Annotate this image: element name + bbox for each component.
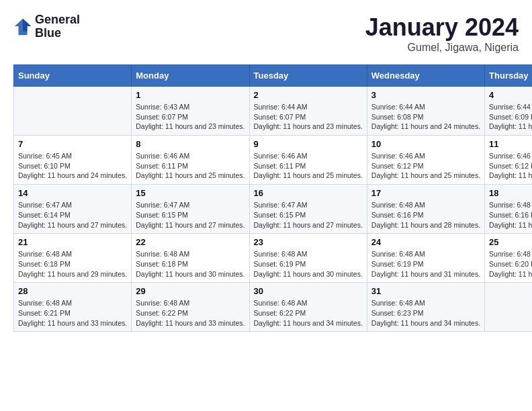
cell-info: Sunrise: 6:44 AMSunset: 6:09 PMDaylight:… — [489, 102, 532, 132]
calendar-cell: 9Sunrise: 6:46 AMSunset: 6:11 PMDaylight… — [249, 136, 367, 185]
sunset-text: Sunset: 6:20 PM — [489, 259, 532, 269]
sunrise-text: Sunrise: 6:48 AM — [371, 200, 480, 210]
sunset-text: Sunset: 6:07 PM — [136, 112, 245, 122]
daylight-text: Daylight: 11 hours and 27 minutes. — [18, 220, 127, 230]
calendar-cell — [485, 283, 532, 332]
sunset-text: Sunset: 6:11 PM — [136, 161, 245, 171]
cell-info: Sunrise: 6:48 AMSunset: 6:20 PMDaylight:… — [489, 249, 532, 279]
calendar-week-1: 7Sunrise: 6:45 AMSunset: 6:10 PMDaylight… — [14, 136, 533, 185]
date-number: 3 — [371, 90, 480, 100]
date-number: 21 — [18, 237, 127, 247]
date-number: 1 — [136, 90, 245, 100]
cell-info: Sunrise: 6:47 AMSunset: 6:15 PMDaylight:… — [136, 200, 245, 230]
sunrise-text: Sunrise: 6:46 AM — [254, 151, 363, 161]
header-monday: Monday — [132, 65, 249, 87]
sunrise-text: Sunrise: 6:48 AM — [18, 249, 127, 259]
date-number: 23 — [254, 237, 363, 247]
sunrise-text: Sunrise: 6:46 AM — [489, 151, 532, 161]
sunset-text: Sunset: 6:14 PM — [18, 210, 127, 220]
daylight-text: Daylight: 11 hours and 23 minutes. — [254, 122, 363, 132]
calendar-cell: 7Sunrise: 6:45 AMSunset: 6:10 PMDaylight… — [14, 136, 132, 185]
date-number: 24 — [371, 237, 480, 247]
daylight-text: Daylight: 11 hours and 31 minutes. — [489, 269, 532, 279]
calendar-table: SundayMondayTuesdayWednesdayThursdayFrid… — [13, 64, 532, 332]
calendar-cell: 17Sunrise: 6:48 AMSunset: 6:16 PMDayligh… — [367, 185, 484, 234]
calendar-week-4: 28Sunrise: 6:48 AMSunset: 6:21 PMDayligh… — [14, 283, 533, 332]
date-number: 18 — [489, 188, 532, 198]
header-thursday: Thursday — [485, 65, 532, 87]
daylight-text: Daylight: 11 hours and 25 minutes. — [371, 171, 480, 181]
calendar-week-3: 21Sunrise: 6:48 AMSunset: 6:18 PMDayligh… — [14, 234, 533, 283]
date-number: 7 — [18, 139, 127, 149]
daylight-text: Daylight: 11 hours and 28 minutes. — [489, 220, 532, 230]
daylight-text: Daylight: 11 hours and 28 minutes. — [371, 220, 480, 230]
calendar-cell: 3Sunrise: 6:44 AMSunset: 6:08 PMDaylight… — [367, 87, 484, 136]
daylight-text: Daylight: 11 hours and 23 minutes. — [136, 122, 245, 132]
cell-info: Sunrise: 6:45 AMSunset: 6:10 PMDaylight:… — [18, 151, 127, 181]
header-sunday: Sunday — [14, 65, 132, 87]
calendar-cell: 10Sunrise: 6:46 AMSunset: 6:12 PMDayligh… — [367, 136, 484, 185]
cell-info: Sunrise: 6:48 AMSunset: 6:21 PMDaylight:… — [18, 298, 127, 328]
calendar-cell: 1Sunrise: 6:43 AMSunset: 6:07 PMDaylight… — [132, 87, 249, 136]
cell-info: Sunrise: 6:48 AMSunset: 6:18 PMDaylight:… — [18, 249, 127, 279]
sunset-text: Sunset: 6:12 PM — [489, 161, 532, 171]
subtitle: Gumel, Jigawa, Nigeria — [365, 42, 519, 54]
calendar-cell: 14Sunrise: 6:47 AMSunset: 6:14 PMDayligh… — [14, 185, 132, 234]
sunset-text: Sunset: 6:19 PM — [254, 259, 363, 269]
calendar-cell: 21Sunrise: 6:48 AMSunset: 6:18 PMDayligh… — [14, 234, 132, 283]
date-number: 16 — [254, 188, 363, 198]
sunset-text: Sunset: 6:23 PM — [371, 308, 480, 318]
sunset-text: Sunset: 6:16 PM — [489, 210, 532, 220]
date-number: 28 — [18, 286, 127, 296]
logo-icon — [13, 17, 32, 36]
date-number: 10 — [371, 139, 480, 149]
main-title: January 2024 — [365, 13, 519, 42]
calendar-cell: 31Sunrise: 6:48 AMSunset: 6:23 PMDayligh… — [367, 283, 484, 332]
sunset-text: Sunset: 6:15 PM — [136, 210, 245, 220]
cell-info: Sunrise: 6:48 AMSunset: 6:19 PMDaylight:… — [371, 249, 480, 279]
sunset-text: Sunset: 6:08 PM — [371, 112, 480, 122]
sunset-text: Sunset: 6:07 PM — [254, 112, 363, 122]
calendar-cell: 29Sunrise: 6:48 AMSunset: 6:22 PMDayligh… — [132, 283, 249, 332]
daylight-text: Daylight: 11 hours and 29 minutes. — [18, 269, 127, 279]
logo: General Blue — [13, 13, 80, 40]
sunrise-text: Sunrise: 6:48 AM — [136, 249, 245, 259]
calendar-cell: 25Sunrise: 6:48 AMSunset: 6:20 PMDayligh… — [485, 234, 532, 283]
daylight-text: Daylight: 11 hours and 30 minutes. — [254, 269, 363, 279]
cell-info: Sunrise: 6:43 AMSunset: 6:07 PMDaylight:… — [136, 102, 245, 132]
sunrise-text: Sunrise: 6:44 AM — [371, 102, 480, 112]
header-tuesday: Tuesday — [249, 65, 367, 87]
sunrise-text: Sunrise: 6:48 AM — [371, 298, 480, 308]
sunrise-text: Sunrise: 6:46 AM — [136, 151, 245, 161]
calendar-cell: 22Sunrise: 6:48 AMSunset: 6:18 PMDayligh… — [132, 234, 249, 283]
calendar-cell: 8Sunrise: 6:46 AMSunset: 6:11 PMDaylight… — [132, 136, 249, 185]
daylight-text: Daylight: 11 hours and 24 minutes. — [489, 122, 532, 132]
sunrise-text: Sunrise: 6:44 AM — [254, 102, 363, 112]
date-number: 25 — [489, 237, 532, 247]
sunrise-text: Sunrise: 6:48 AM — [254, 249, 363, 259]
cell-info: Sunrise: 6:48 AMSunset: 6:16 PMDaylight:… — [489, 200, 532, 230]
date-number: 2 — [254, 90, 363, 100]
page-header: General Blue January 2024 Gumel, Jigawa,… — [13, 13, 519, 54]
sunset-text: Sunset: 6:12 PM — [371, 161, 480, 171]
daylight-text: Daylight: 11 hours and 27 minutes. — [136, 220, 245, 230]
calendar-cell: 15Sunrise: 6:47 AMSunset: 6:15 PMDayligh… — [132, 185, 249, 234]
cell-info: Sunrise: 6:47 AMSunset: 6:14 PMDaylight:… — [18, 200, 127, 230]
sunrise-text: Sunrise: 6:44 AM — [489, 102, 532, 112]
cell-info: Sunrise: 6:44 AMSunset: 6:08 PMDaylight:… — [371, 102, 480, 132]
date-number: 29 — [136, 286, 245, 296]
cell-info: Sunrise: 6:44 AMSunset: 6:07 PMDaylight:… — [254, 102, 363, 132]
calendar-cell: 24Sunrise: 6:48 AMSunset: 6:19 PMDayligh… — [367, 234, 484, 283]
sunrise-text: Sunrise: 6:48 AM — [136, 298, 245, 308]
cell-info: Sunrise: 6:48 AMSunset: 6:19 PMDaylight:… — [254, 249, 363, 279]
date-number: 17 — [371, 188, 480, 198]
daylight-text: Daylight: 11 hours and 34 minutes. — [371, 318, 480, 328]
date-number: 11 — [489, 139, 532, 149]
calendar-header-row: SundayMondayTuesdayWednesdayThursdayFrid… — [14, 65, 533, 87]
date-number: 9 — [254, 139, 363, 149]
sunrise-text: Sunrise: 6:48 AM — [18, 298, 127, 308]
date-number: 30 — [254, 286, 363, 296]
calendar-cell: 11Sunrise: 6:46 AMSunset: 6:12 PMDayligh… — [485, 136, 532, 185]
calendar-cell: 28Sunrise: 6:48 AMSunset: 6:21 PMDayligh… — [14, 283, 132, 332]
cell-info: Sunrise: 6:46 AMSunset: 6:11 PMDaylight:… — [254, 151, 363, 181]
